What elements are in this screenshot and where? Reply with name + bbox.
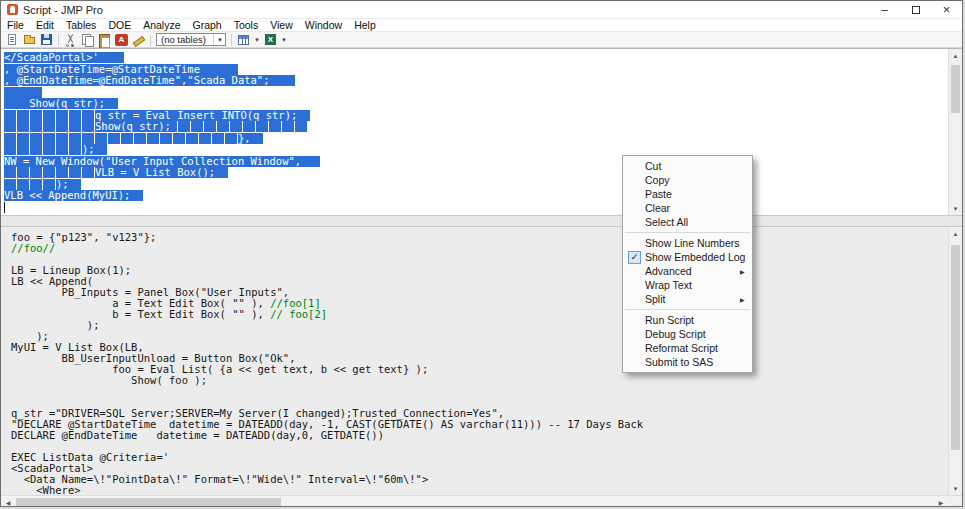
- create-pdf-button[interactable]: [114, 33, 129, 47]
- script-editor-text[interactable]: </ScadaPortal>' , @StartDateTime=@StartD…: [1, 50, 947, 215]
- menu-item-label: Show Line Numbers: [645, 237, 752, 249]
- title-bar[interactable]: Script - JMP Pro – ×: [1, 1, 962, 19]
- script-editor-pane[interactable]: </ScadaPortal>' , @StartDateTime=@StartD…: [1, 48, 962, 215]
- menu-file[interactable]: File: [1, 19, 30, 32]
- menu-item-label: Submit to SAS: [645, 356, 752, 368]
- menu-item-show-embedded-log[interactable]: ✓Show Embedded Log: [623, 250, 752, 264]
- context-menu: CutCopyPasteClearSelect AllShow Line Num…: [622, 155, 753, 373]
- pdf-icon: [115, 34, 128, 46]
- log-line: //foo//: [11, 243, 947, 254]
- menu-view[interactable]: View: [264, 19, 299, 32]
- menu-item-show-line-numbers[interactable]: Show Line Numbers: [623, 236, 752, 250]
- chevron-down-icon[interactable]: ▼: [254, 37, 260, 43]
- menu-help[interactable]: Help: [348, 19, 382, 32]
- scroll-left-button[interactable]: ◀: [1, 496, 15, 507]
- menu-item-submit-to-sas[interactable]: Submit to SAS: [623, 355, 752, 369]
- open-button[interactable]: [22, 33, 37, 47]
- menu-item-label: Select All: [645, 216, 752, 228]
- scrollbar-vertical-log[interactable]: ▲ ▼: [948, 227, 962, 495]
- cut-button[interactable]: [63, 33, 78, 47]
- scrollbar-corner: [948, 496, 962, 507]
- scroll-thumb[interactable]: [16, 498, 281, 507]
- log-line: [11, 386, 947, 397]
- scrollbar-horizontal[interactable]: ◀ ▶: [1, 495, 962, 507]
- editor-line: VLB = V List Box();: [4, 167, 947, 179]
- edit-script-button[interactable]: [131, 33, 146, 47]
- tables-dropdown[interactable]: (no tables) ▼: [156, 33, 226, 46]
- scroll-thumb[interactable]: [951, 65, 960, 113]
- new-script-icon: [8, 34, 16, 45]
- editor-line: );: [4, 144, 947, 156]
- copy-button[interactable]: [80, 33, 95, 47]
- maximize-button[interactable]: [900, 1, 931, 18]
- close-button[interactable]: ×: [931, 1, 962, 18]
- menu-item-wrap-text[interactable]: Wrap Text: [623, 278, 752, 292]
- import-excel-button[interactable]: [263, 33, 278, 47]
- scroll-thumb[interactable]: [951, 245, 960, 450]
- log-line: );: [11, 320, 947, 331]
- scroll-down-button[interactable]: ▼: [949, 202, 962, 215]
- embedded-log-text[interactable]: foo = {"p123", "v123"};//foo// LB = Line…: [1, 227, 947, 495]
- log-line: foo = {"p123", "v123"};: [11, 232, 947, 243]
- menu-edit[interactable]: Edit: [30, 19, 60, 32]
- menu-item-label: Show Embedded Log: [645, 251, 752, 263]
- chevron-down-icon[interactable]: ▼: [281, 37, 287, 43]
- new-script-button[interactable]: [5, 33, 20, 47]
- menu-item-debug-script[interactable]: Debug Script: [623, 327, 752, 341]
- editor-line: },: [4, 133, 947, 145]
- menu-item-label: Copy: [645, 174, 752, 186]
- menu-graph[interactable]: Graph: [187, 19, 228, 32]
- editor-line: </ScadaPortal>': [4, 52, 947, 64]
- menu-window[interactable]: Window: [299, 19, 348, 32]
- paste-button[interactable]: [97, 33, 112, 47]
- window-title: Script - JMP Pro: [23, 4, 103, 16]
- log-line: Show( foo );: [11, 375, 947, 386]
- save-button[interactable]: [39, 33, 54, 47]
- menu-item-label: Run Script: [645, 314, 752, 326]
- menu-analyze[interactable]: Analyze: [137, 19, 186, 32]
- menu-item-reformat-script[interactable]: Reformat Script: [623, 341, 752, 355]
- menu-item-select-all[interactable]: Select All: [623, 215, 752, 229]
- menu-item-split[interactable]: Split▶: [623, 292, 752, 306]
- menu-tools[interactable]: Tools: [228, 19, 265, 32]
- log-line: b = Text Edit Box( "" ), // foo[2]: [11, 309, 947, 320]
- menu-item-advanced[interactable]: Advanced▶: [623, 264, 752, 278]
- menu-item-label: Clear: [645, 202, 752, 214]
- pane-splitter[interactable]: [1, 215, 962, 227]
- maximize-icon: [912, 6, 920, 14]
- toolbar: (no tables) ▼ ▼ ▼: [1, 32, 962, 48]
- submenu-arrow-icon: ▶: [740, 296, 752, 303]
- menu-separator: [625, 232, 750, 233]
- minimize-button[interactable]: –: [869, 1, 900, 18]
- menu-item-copy[interactable]: Copy: [623, 173, 752, 187]
- open-folder-icon: [24, 37, 35, 44]
- scrollbar-vertical-editor[interactable]: ▲ ▼: [948, 49, 962, 215]
- log-line: LB = Lineup Box(1);: [11, 265, 947, 276]
- menu-item-label: Split: [645, 293, 740, 305]
- data-table-button[interactable]: [236, 33, 251, 47]
- toolbar-separator: [231, 34, 232, 46]
- log-line: );: [11, 331, 947, 342]
- menu-tables[interactable]: Tables: [60, 19, 102, 32]
- menu-separator: [625, 309, 750, 310]
- menu-item-cut[interactable]: Cut: [623, 159, 752, 173]
- menu-item-clear[interactable]: Clear: [623, 201, 752, 215]
- scroll-down-button[interactable]: ▼: [949, 482, 962, 495]
- editor-line: Show(q_str);: [4, 98, 947, 110]
- scroll-right-button[interactable]: ▶: [934, 496, 948, 507]
- menu-item-paste[interactable]: Paste: [623, 187, 752, 201]
- chevron-down-icon: ▼: [213, 34, 223, 45]
- submenu-arrow-icon: ▶: [740, 268, 752, 275]
- scroll-up-button[interactable]: ▲: [949, 49, 962, 62]
- editor-line: [4, 87, 947, 99]
- toolbar-separator: [150, 34, 151, 46]
- menu-item-label: Wrap Text: [645, 279, 752, 291]
- menu-doe[interactable]: DOE: [102, 19, 137, 32]
- scroll-up-button[interactable]: ▲: [949, 227, 962, 240]
- toolbar-separator: [58, 34, 59, 46]
- embedded-log-pane[interactable]: foo = {"p123", "v123"};//foo// LB = Line…: [1, 227, 962, 495]
- menu-bar: FileEditTablesDOEAnalyzeGraphToolsViewWi…: [1, 19, 962, 32]
- menu-item-run-script[interactable]: Run Script: [623, 313, 752, 327]
- editor-line: , @EndDateTime=@EndDateTime","Scada Data…: [4, 75, 947, 87]
- log-line: DECLARE @EndDateTime datetime = DATEADD(…: [11, 430, 947, 441]
